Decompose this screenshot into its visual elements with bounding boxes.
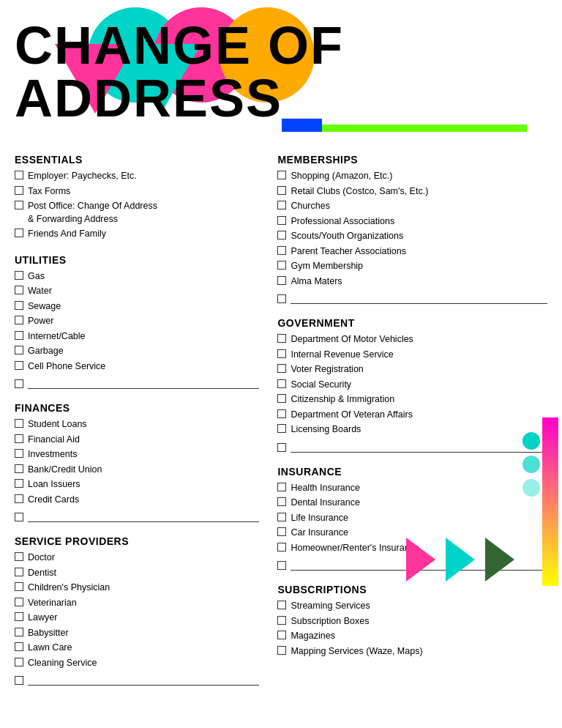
blank-line-utilities bbox=[15, 379, 259, 389]
list-item: Professional Associations bbox=[277, 215, 547, 229]
item-label: Children's Physician bbox=[28, 582, 259, 595]
checkbox[interactable] bbox=[15, 582, 23, 591]
list-item: Citizenship & Immigration bbox=[277, 393, 547, 406]
checkbox[interactable] bbox=[15, 612, 23, 621]
checkbox[interactable] bbox=[15, 449, 23, 458]
checkbox[interactable] bbox=[15, 301, 23, 310]
list-item: Retail Clubs (Costco, Sam's, Etc.) bbox=[277, 185, 547, 198]
checkbox[interactable] bbox=[277, 527, 286, 536]
list-item: Doctor bbox=[15, 551, 259, 565]
checkbox[interactable] bbox=[277, 497, 286, 506]
checkbox[interactable] bbox=[15, 286, 23, 294]
list-item: Lawyer bbox=[15, 612, 259, 625]
section-service-providers: SERVICE PROVIDERS Doctor Dentist Childre… bbox=[15, 535, 259, 686]
item-label: Investments bbox=[28, 448, 259, 461]
checkbox[interactable] bbox=[15, 494, 23, 503]
checkbox[interactable] bbox=[277, 171, 286, 179]
page-title: CHANGE OF ADDRESS bbox=[15, 19, 562, 125]
blank-checkbox[interactable] bbox=[15, 379, 23, 388]
checkbox[interactable] bbox=[277, 646, 286, 655]
checkbox[interactable] bbox=[277, 631, 286, 639]
checkbox[interactable] bbox=[277, 394, 286, 403]
checkbox[interactable] bbox=[15, 361, 23, 370]
arrow-decorations bbox=[406, 538, 522, 582]
checkbox[interactable] bbox=[15, 171, 23, 179]
checkbox[interactable] bbox=[277, 334, 286, 343]
checkbox[interactable] bbox=[277, 601, 286, 609]
checkbox[interactable] bbox=[15, 419, 23, 428]
blank-checkbox[interactable] bbox=[277, 561, 286, 570]
checkbox[interactable] bbox=[15, 186, 23, 195]
checkbox[interactable] bbox=[277, 261, 286, 270]
checkbox[interactable] bbox=[15, 201, 23, 209]
checkbox[interactable] bbox=[277, 246, 286, 255]
blank-checkbox[interactable] bbox=[15, 676, 23, 685]
item-label: Post Office: Change Of Address& Forwardi… bbox=[28, 200, 259, 226]
checkbox[interactable] bbox=[15, 464, 23, 473]
section-government: GOVERNMENT Department Of Motor Vehicles … bbox=[277, 317, 547, 453]
checkbox[interactable] bbox=[277, 186, 286, 195]
checkbox[interactable] bbox=[15, 658, 23, 666]
item-label: Professional Associations bbox=[291, 215, 547, 229]
checkbox[interactable] bbox=[15, 434, 23, 443]
checkbox[interactable] bbox=[277, 276, 286, 285]
item-label: Water bbox=[28, 285, 259, 298]
blank-checkbox[interactable] bbox=[277, 443, 286, 452]
checkbox[interactable] bbox=[277, 201, 286, 209]
item-label: Streaming Services bbox=[291, 600, 547, 613]
finances-title: FINANCES bbox=[15, 402, 259, 414]
checkbox[interactable] bbox=[15, 598, 23, 606]
list-item: Dentist bbox=[15, 567, 259, 580]
item-label: Lawyer bbox=[28, 612, 259, 625]
right-vertical-bar bbox=[542, 417, 558, 586]
checkbox[interactable] bbox=[15, 479, 23, 488]
checkbox[interactable] bbox=[277, 616, 286, 625]
checkbox[interactable] bbox=[277, 349, 286, 358]
checkbox[interactable] bbox=[15, 568, 23, 576]
arrow-pink bbox=[406, 538, 443, 582]
checkbox[interactable] bbox=[277, 364, 286, 373]
checkbox[interactable] bbox=[15, 271, 23, 280]
item-label: Scouts/Youth Organizations bbox=[291, 230, 547, 243]
item-label: Babysitter bbox=[28, 627, 259, 640]
item-label: Life Insurance bbox=[291, 512, 547, 525]
list-item: Life Insurance bbox=[277, 512, 547, 525]
list-item: Cleaning Service bbox=[15, 657, 259, 670]
list-item: Sewage bbox=[15, 300, 259, 313]
item-label: Student Loans bbox=[28, 418, 259, 431]
checkbox[interactable] bbox=[15, 346, 23, 354]
checkbox[interactable] bbox=[277, 231, 286, 239]
checkbox[interactable] bbox=[277, 483, 286, 491]
checkbox[interactable] bbox=[15, 331, 23, 340]
item-label: Churches bbox=[291, 200, 547, 213]
blank-underline bbox=[28, 512, 259, 522]
item-label: Credit Cards bbox=[28, 494, 259, 507]
blank-underline bbox=[28, 675, 259, 686]
list-item: Financial Aid bbox=[15, 434, 259, 447]
checkbox[interactable] bbox=[277, 424, 286, 433]
list-item: Licensing Boards bbox=[277, 423, 547, 437]
checkbox[interactable] bbox=[277, 409, 286, 418]
list-item: Student Loans bbox=[15, 418, 259, 431]
checkbox[interactable] bbox=[277, 543, 286, 551]
list-item: Subscription Boxes bbox=[277, 615, 547, 628]
item-label: Lawn Care bbox=[28, 642, 259, 655]
checkbox[interactable] bbox=[15, 642, 23, 651]
checkbox[interactable] bbox=[277, 379, 286, 388]
checkbox[interactable] bbox=[15, 316, 23, 324]
blank-checkbox[interactable] bbox=[15, 513, 23, 521]
checkbox[interactable] bbox=[277, 216, 286, 225]
checkbox[interactable] bbox=[15, 628, 23, 636]
list-item: Internal Revenue Service bbox=[277, 349, 547, 362]
item-label: Bank/Credit Union bbox=[28, 464, 259, 477]
list-item: Health Insurance bbox=[277, 482, 547, 495]
checkbox[interactable] bbox=[15, 229, 23, 237]
blank-line-memberships bbox=[277, 294, 547, 304]
blank-checkbox[interactable] bbox=[277, 294, 286, 303]
item-label: Mapping Services (Waze, Maps) bbox=[291, 645, 547, 658]
checkbox[interactable] bbox=[15, 552, 23, 561]
checkbox[interactable] bbox=[277, 513, 286, 521]
main-content: ESSENTIALS Employer: Paychecks, Etc. Tax… bbox=[0, 146, 562, 713]
item-label: Gas bbox=[28, 270, 259, 283]
insurance-title: INSURANCE bbox=[277, 466, 547, 478]
